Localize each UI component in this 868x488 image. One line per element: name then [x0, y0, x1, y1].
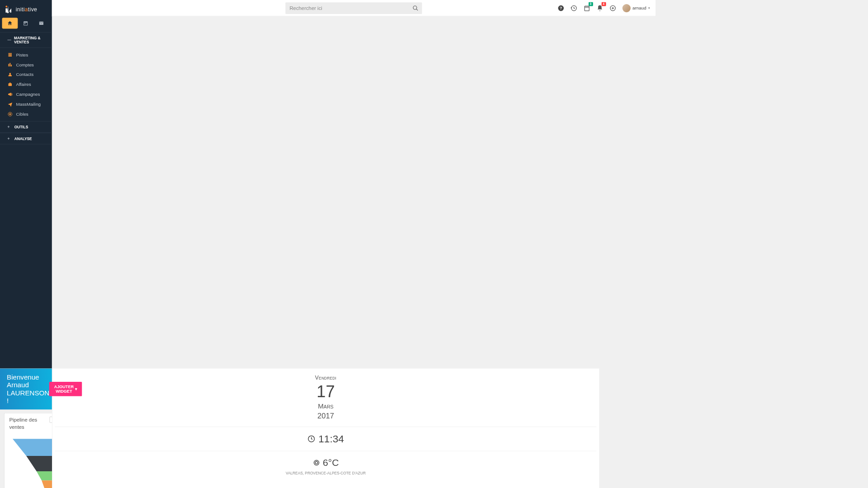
search-input[interactable]	[285, 2, 422, 14]
chevron-down-icon: ▾	[648, 6, 650, 10]
date-year: 2017	[55, 412, 597, 421]
weather-icon	[312, 459, 320, 467]
svg-point-19	[315, 461, 318, 464]
date-month: Mars	[55, 402, 597, 410]
widget-pipeline: Pipeline des ventes les miens▼ ⋮ ≡	[4, 413, 52, 488]
bell-icon[interactable]: 4	[596, 5, 603, 11]
svg-text:?: ?	[560, 6, 562, 10]
svg-point-3	[413, 6, 417, 9]
nav-home-icon[interactable]	[2, 18, 18, 28]
avatar	[622, 4, 630, 12]
sidebar-item-pistes[interactable]: Pistes	[0, 50, 52, 60]
username: arnaud	[632, 5, 646, 10]
sidebar-item-cibles[interactable]: Cibles	[0, 109, 52, 119]
clock-icon	[307, 435, 316, 443]
logo-icon	[4, 5, 14, 14]
add-widget-button[interactable]: AJOUTER WIDGET▾	[49, 382, 82, 396]
help-icon[interactable]: ?	[557, 5, 564, 11]
sidebar-item-contacts[interactable]: Contacts	[0, 70, 52, 80]
clock: 11:34	[55, 433, 597, 445]
svg-point-0	[5, 6, 7, 8]
widget-title: Pipeline des ventes	[9, 417, 43, 430]
date-day-name: Vendredi	[55, 375, 597, 381]
sidebar-section-analyse[interactable]: +ANALYSE	[0, 133, 52, 145]
svg-marker-8	[13, 439, 52, 456]
nav-calendar-icon[interactable]	[18, 18, 33, 28]
calendar-badge: 3	[589, 2, 593, 6]
location: VALREAS, PROVENCE-ALPES-COTE D'AZUR	[55, 471, 597, 476]
history-icon[interactable]	[571, 5, 577, 11]
sidebar-item-affaires[interactable]: Affaires	[0, 80, 52, 89]
sidebar-item-campagnes[interactable]: Campagnes	[0, 89, 52, 99]
sidebar-section-marketing[interactable]: —MARKETING & VENTES	[0, 32, 52, 48]
sidebar-section-outils[interactable]: +OUTILS	[0, 121, 52, 133]
sidebar-item-comptes[interactable]: Comptes	[0, 60, 52, 70]
pipeline-filter[interactable]: les miens▼	[50, 417, 52, 423]
svg-marker-11	[42, 480, 52, 488]
svg-marker-9	[26, 456, 52, 471]
search-icon[interactable]	[412, 5, 419, 11]
welcome-title: Bienvenue Arnaud LAURENSON !	[7, 373, 49, 404]
app-logo: initiative	[0, 0, 52, 18]
temperature: 6°C	[55, 457, 597, 468]
add-icon[interactable]	[609, 5, 616, 11]
sidebar-item-massmailing[interactable]: MassMailing	[0, 99, 52, 109]
svg-marker-10	[37, 471, 52, 480]
date-day-num: 17	[55, 383, 597, 401]
calendar-alert-icon[interactable]: 3	[583, 5, 590, 11]
svg-point-2	[9, 113, 11, 115]
svg-point-20	[314, 460, 319, 465]
svg-rect-6	[585, 6, 589, 10]
nav-mail-icon[interactable]	[33, 18, 49, 28]
bell-badge: 4	[601, 2, 606, 6]
user-menu[interactable]: arnaud ▾	[622, 4, 650, 12]
